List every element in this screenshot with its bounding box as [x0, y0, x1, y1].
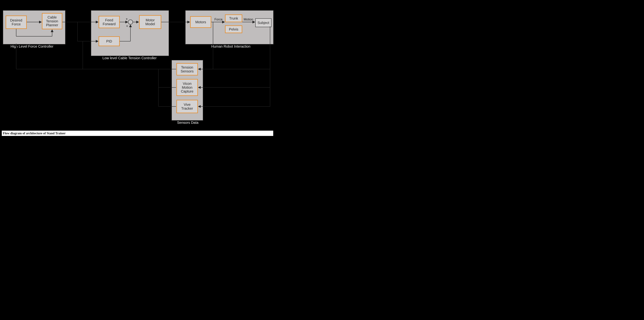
diagram-canvas: High Level Force Controller Desired Forc… — [0, 0, 275, 137]
group-high-level-label: High Level Force Controller — [10, 44, 53, 49]
figure-caption: Flow diagram of architecture of Stand Tr… — [2, 131, 273, 136]
block-trunk: Trunk — [225, 15, 242, 22]
group-low-level-label: Low level Cable Tension Controller — [102, 56, 157, 60]
sum-plus-bottom: + — [126, 24, 128, 28]
group-hri-label: Human Robot Interaction — [211, 44, 250, 49]
block-motors: Motors — [190, 16, 211, 28]
block-pid: PID — [98, 36, 120, 46]
block-pelvis: Pelvis — [225, 25, 242, 33]
sum-plus-top: + — [126, 17, 128, 21]
block-vive-tracker: Vive Tracker — [176, 100, 198, 113]
block-motor-model: Motor Model — [139, 15, 161, 29]
edge-label-motion: Motion — [244, 18, 253, 21]
block-vicon-motion-capture: Vicon Motion Capture — [176, 79, 198, 96]
block-feed-forward: Feed Forward — [98, 16, 120, 28]
block-desired-force: Desired Force — [6, 16, 27, 29]
group-sensors-label: Sensors Data — [177, 121, 198, 125]
block-subject: Subject — [255, 18, 272, 27]
block-cable-tension-planner: Cable Tension Planner — [42, 13, 62, 29]
edge-label-force: Force — [214, 18, 222, 21]
block-tension-sensors: Tension Sensors — [176, 63, 198, 75]
